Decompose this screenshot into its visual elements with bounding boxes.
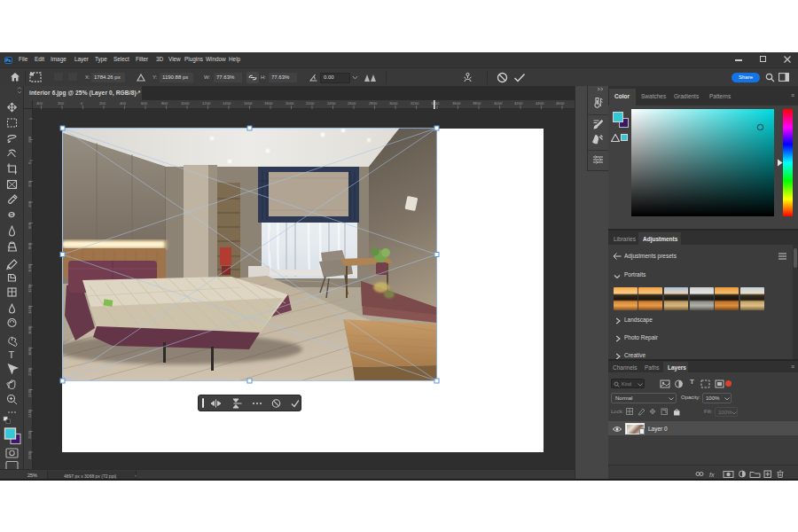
svg-text:2400: 2400 — [327, 101, 336, 106]
svg-text:2200: 2200 — [27, 388, 32, 397]
svg-text:400: 400 — [36, 101, 43, 106]
svg-text:200: 200 — [27, 180, 32, 187]
svg-text:800: 800 — [161, 101, 168, 106]
svg-text:0: 0 — [81, 101, 83, 106]
svg-text:fx: fx — [709, 472, 715, 478]
svg-text:2000: 2000 — [27, 367, 32, 376]
svg-text:200: 200 — [27, 136, 32, 143]
svg-text:T: T — [9, 349, 15, 360]
svg-text:2600: 2600 — [27, 430, 32, 439]
svg-text:600: 600 — [141, 101, 148, 106]
svg-text:2800: 2800 — [27, 450, 32, 459]
svg-text:2800: 2800 — [369, 101, 378, 106]
svg-text:600: 600 — [27, 222, 32, 229]
svg-text:1600: 1600 — [244, 101, 253, 106]
svg-text:3600: 3600 — [452, 101, 461, 106]
svg-text:3400: 3400 — [431, 101, 440, 106]
svg-text:1800: 1800 — [27, 347, 32, 356]
svg-text:800: 800 — [27, 242, 32, 249]
svg-text:1800: 1800 — [264, 101, 273, 106]
svg-text:200: 200 — [99, 101, 106, 106]
svg-text:4600: 4600 — [556, 101, 565, 106]
svg-text:1400: 1400 — [27, 305, 32, 314]
svg-text:1200: 1200 — [27, 284, 32, 293]
svg-text:200: 200 — [58, 101, 65, 106]
svg-text:1200: 1200 — [202, 101, 211, 106]
svg-text:3000: 3000 — [389, 101, 398, 106]
svg-text:4400: 4400 — [536, 101, 544, 106]
svg-text:400: 400 — [27, 200, 32, 207]
svg-text:4200: 4200 — [514, 101, 523, 106]
svg-text:1400: 1400 — [223, 101, 231, 106]
svg-text:2000: 2000 — [286, 101, 294, 106]
svg-text:3800: 3800 — [473, 101, 481, 106]
svg-text:1600: 1600 — [27, 325, 32, 334]
svg-text:2200: 2200 — [306, 101, 315, 106]
svg-text:2400: 2400 — [27, 409, 32, 418]
svg-text:3200: 3200 — [411, 101, 419, 106]
svg-text:2600: 2600 — [348, 101, 356, 106]
svg-text:4000: 4000 — [494, 101, 503, 106]
svg-text:1000: 1000 — [27, 263, 32, 272]
svg-text:0: 0 — [27, 161, 32, 164]
svg-text:1000: 1000 — [181, 101, 190, 106]
svg-text:400: 400 — [120, 101, 127, 106]
